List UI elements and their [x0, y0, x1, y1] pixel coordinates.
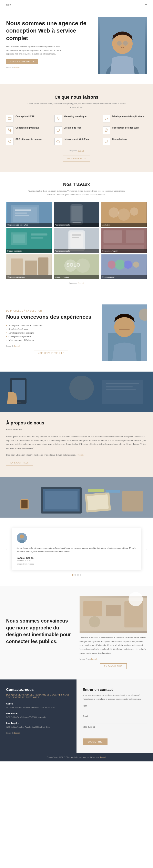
dot-2[interactable] [74, 574, 76, 576]
diamond-icon [54, 126, 62, 134]
portfolio-thumb-3: Animation [101, 203, 147, 227]
portfolio-credit-link[interactable]: Freepik [78, 282, 84, 284]
dot-4[interactable] [80, 574, 81, 576]
service-text-marketing: Marketing numérique [64, 115, 86, 118]
svg-rect-68 [106, 383, 139, 384]
testimonial-avatar [17, 533, 27, 543]
service-text-hosting: Hébergement Web Plus [64, 138, 89, 141]
form-input-subject[interactable] [83, 729, 147, 734]
solution-portfolio-button[interactable]: VOIR LE PORTEFEUILLE [34, 350, 68, 356]
portfolio-item-3[interactable]: Animation [101, 203, 147, 227]
svg-point-56 [124, 260, 132, 269]
svg-rect-70 [106, 389, 136, 390]
service-text-ux: Conception UX/UI [16, 115, 34, 118]
svg-point-83 [20, 534, 24, 538]
testimonials-inner: ‹ Lorem ipsum dolor sit amet, consectetu… [6, 528, 147, 570]
portfolio-item-4[interactable]: Produit numérique [6, 228, 52, 253]
hero-credit-link[interactable]: Freepik [14, 66, 20, 68]
svg-rect-33 [12, 235, 25, 243]
services-image-note: Images de Freepik [6, 149, 147, 152]
hero-heading: Nous sommes une agence de conception Web… [6, 20, 98, 42]
portfolio-label-2: Application mobile [54, 223, 100, 227]
services-more-button[interactable]: EN SAVOIR PLUS [63, 156, 90, 161]
svg-rect-76 [87, 494, 109, 510]
service-item-dev: Développement d'applications [103, 115, 147, 122]
hero-section: Nous sommes une agence de conception Web… [0, 9, 153, 84]
monitor-icon [6, 115, 14, 122]
service-item-seo: SEO et image de marque [6, 138, 50, 145]
svg-rect-86 [83, 601, 102, 616]
dot-3[interactable] [77, 574, 79, 576]
about-more-button[interactable]: EN SAVOIR PLUS [6, 460, 33, 466]
svg-point-28 [109, 208, 119, 218]
svg-point-11 [9, 130, 9, 131]
svg-point-4 [123, 41, 128, 46]
services-section: Ce que nous faisons Lorem ipsum dolor si… [0, 84, 153, 172]
portfolio-section: Nos Travaux Quam adiuat id diam vel quam… [0, 172, 153, 294]
svg-rect-78 [21, 500, 28, 508]
testimonials-section: ‹ Lorem ipsum dolor sit amet, consectetu… [0, 518, 153, 586]
contact-credit-link[interactable]: Freepik [14, 732, 20, 734]
svg-rect-35 [31, 237, 43, 239]
hero-image-credit: Images de Freepik [6, 66, 63, 69]
menu-icon[interactable]: ≡ [145, 2, 147, 7]
cloud-icon [54, 138, 62, 145]
globe-icon [103, 126, 110, 134]
pen-icon [6, 126, 14, 134]
svg-rect-74 [45, 491, 78, 509]
svg-point-3 [117, 41, 122, 46]
svg-rect-48 [38, 257, 48, 275]
portfolio-item-2[interactable]: Application mobile [54, 203, 100, 227]
svg-text:SOLO: SOLO [66, 262, 80, 268]
svg-rect-8 [8, 117, 11, 120]
portfolio-image-note: Images de Freepik [6, 282, 147, 284]
form-group-email: Email [83, 715, 147, 723]
testimonial-next-arrow[interactable]: › [146, 547, 147, 551]
service-text-logo: Création de logo [64, 126, 82, 129]
solution-bullet-5: Mise en œuvre + Réalisation [6, 338, 96, 342]
portfolio-grid: Conception de sites Web Application mobi… [6, 203, 147, 279]
solution-bullet-4: Conception d'expérience [6, 335, 96, 338]
hero-cta-button[interactable]: VOIR LE PORTEFEUILLE [6, 59, 38, 64]
about-image [0, 372, 153, 412]
contact-title: Contactez-nous [6, 688, 70, 692]
design-credit-link[interactable]: Freepik [91, 658, 98, 660]
search-icon [6, 138, 14, 145]
services-credit-link[interactable]: Freepik [78, 149, 84, 152]
form-input-name[interactable] [83, 708, 147, 713]
service-item-consult: Consultations [103, 138, 147, 145]
portfolio-item-6[interactable]: Conception réactive [101, 228, 147, 253]
dot-1[interactable] [72, 574, 73, 576]
portfolio-item-1[interactable]: Conception de sites Web [6, 203, 52, 227]
testimonial-dots [6, 574, 147, 576]
testimonial-prev-arrow[interactable]: ‹ [6, 547, 7, 551]
testimonial-card: Lorem ipsum dolor sit amet, consectetur … [11, 528, 142, 570]
solution-credit-link[interactable]: Freepik [14, 345, 20, 347]
solution-bullet-1: Stratégie de croissance et d'innovation [6, 323, 96, 327]
form-group-subject: Votre sujet ici [83, 726, 147, 734]
testimonial-role: Président et PDG [17, 559, 136, 562]
solution-heading: Nous concevons des expériences [6, 314, 96, 320]
footer-link[interactable]: Freepik [100, 756, 106, 758]
submit-button[interactable]: SOUMETTRE [83, 739, 107, 745]
portfolio-thumb-5: Application mobile [54, 228, 100, 253]
portfolio-item-9[interactable]: Communication [101, 254, 147, 279]
design-more-button[interactable]: EN SAVOIR PLUS [100, 663, 127, 669]
service-item-graphic: Conception graphique [6, 126, 50, 134]
circle-decoration-2 [129, 592, 143, 606]
about-credit-link[interactable]: Freepik [77, 454, 84, 456]
about-text-1: Lorem ipsum dolor sit amet orci aliquam … [6, 435, 147, 450]
svg-point-55 [115, 259, 125, 270]
portfolio-item-7[interactable]: Conception graphique [6, 254, 52, 279]
design-statement-text: Nous sommes convaincus que notre approch… [6, 617, 73, 648]
solution-section: DU PROBLÈME À LA SOLUTION Nous concevons… [0, 294, 153, 372]
contact-office-galles: Galles 45 Javaon Piccamo, Fairmont Nouve… [6, 703, 70, 709]
portfolio-item-5[interactable]: Application mobile [54, 228, 100, 253]
svg-point-66 [69, 376, 94, 400]
portfolio-item-8[interactable]: SOLO Image de marque [54, 254, 100, 279]
services-title: Ce que nous faisons [6, 95, 147, 100]
service-text-web: Conception de sites Web [112, 126, 139, 129]
design-right-block: Duis aute irure dolor in reprehenderit i… [80, 596, 147, 669]
form-input-email[interactable] [83, 718, 147, 723]
portfolio-thumb-8: SOLO Image de marque [54, 254, 100, 279]
